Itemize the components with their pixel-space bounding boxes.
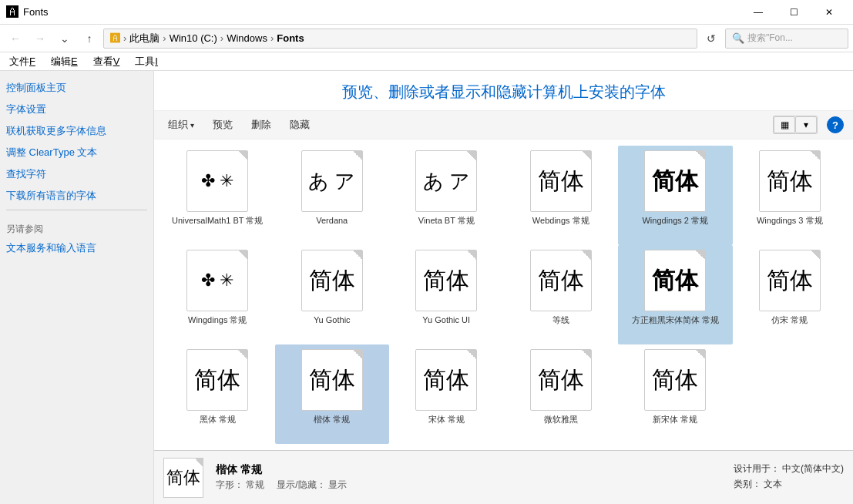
font-icon-universalmath: ✤ ✳ [186, 150, 248, 212]
font-icon-microsoftyahei: 简体 [530, 349, 592, 411]
font-item-yugothic[interactable]: 简体 Yu Gothic [275, 245, 390, 344]
preview-details: 楷体 常规 字形： 常规 显示/隐藏： 显示 [216, 463, 721, 492]
search-icon: 🔍 [732, 32, 744, 44]
font-item-microsoftyahei[interactable]: 简体 微软雅黑 [504, 344, 619, 444]
design-info: 设计用于： 中文(简体中文) [734, 462, 844, 475]
font-icon-fangzheng: 简体 [644, 250, 706, 311]
show-label: 显示/隐藏： 显示 [277, 479, 347, 492]
preview-icon: 简体 [163, 458, 203, 498]
font-label-wingdings3: Wingdings 3 常规 [757, 215, 823, 226]
maximize-button[interactable]: ☐ [776, 0, 811, 25]
sidebar-item-find-char[interactable]: 查找字符 [6, 166, 147, 182]
content-area: 预览、删除或者显示和隐藏计算机上安装的字体 组织 ▾ 预览 删除 隐藏 ▦ ▾ … [154, 71, 853, 504]
hide-button[interactable]: 隐藏 [285, 116, 314, 134]
font-label-heiti: 黑体 常规 [200, 414, 236, 425]
font-item-xinsongti[interactable]: 简体 新宋体 常规 [618, 344, 733, 444]
menu-view[interactable]: 查看V [90, 53, 123, 70]
font-icon-verdana: あ ア [301, 150, 363, 212]
font-icon-wingdings3: 简体 [759, 150, 821, 212]
font-label-songti: 宋体 常规 [428, 414, 465, 425]
minimize-button[interactable]: — [740, 0, 776, 25]
font-icon-wingdings: ✤ ✳ [186, 250, 248, 311]
font-item-fangzheng[interactable]: 简体 方正粗黑宋体简体 常规 [618, 245, 733, 344]
back-button[interactable]: ← [5, 28, 26, 49]
delete-button[interactable]: 删除 [247, 116, 276, 134]
font-label-wingdings: Wingdings 常规 [188, 314, 247, 325]
font-item-webdings[interactable]: 简体 Webdings 常规 [504, 146, 619, 245]
preview-font-name: 楷体 常规 [216, 463, 721, 477]
font-icon-heiti: 简体 [186, 349, 248, 411]
style-label: 字形： 常规 [216, 479, 264, 492]
sidebar-item-cleartype[interactable]: 调整 ClearType 文本 [6, 145, 147, 160]
preview-right: 设计用于： 中文(简体中文) 类别： 文本 [734, 462, 844, 493]
font-item-yugothicui[interactable]: 简体 Yu Gothic UI [389, 245, 504, 344]
font-icon-xinsongti: 简体 [644, 349, 706, 411]
font-icon-yugothicui: 简体 [415, 250, 477, 311]
page-title: 预览、删除或者显示和隐藏计算机上安装的字体 [154, 71, 853, 111]
menu-bar: 文件F 编辑E 查看V 工具I [0, 52, 853, 71]
view-dropdown-button[interactable]: ▾ [795, 116, 817, 133]
address-input[interactable]: 🅰 › 此电脑 › Win10 (C:) › Windows › Fonts [103, 29, 697, 49]
organize-button[interactable]: 组织 ▾ [163, 116, 199, 134]
preview-button[interactable]: 预览 [208, 116, 237, 134]
sidebar-item-text-services[interactable]: 文本服务和输入语言 [6, 240, 147, 256]
font-label-yugothicui: Yu Gothic UI [422, 314, 470, 325]
folder-icon: 🅰 [110, 32, 120, 44]
font-item-vineta[interactable]: あ ア Vineta BT 常规 [389, 146, 504, 245]
view-button[interactable]: ▦ [774, 116, 795, 133]
font-icon-dengxian: 简体 [530, 250, 592, 311]
refresh-button[interactable]: ↺ [700, 28, 722, 49]
font-item-heiti[interactable]: 简体 黑体 常规 [160, 344, 275, 444]
font-item-fangsong[interactable]: 简体 仿宋 常规 [733, 245, 848, 344]
sidebar-item-home[interactable]: 控制面板主页 [6, 80, 147, 96]
sidebar-divider [6, 210, 147, 210]
address-bar: ← → ⌄ ↑ 🅰 › 此电脑 › Win10 (C:) › Windows ›… [0, 25, 853, 52]
menu-tools[interactable]: 工具I [132, 53, 161, 70]
font-label-kaiti: 楷体 常规 [314, 414, 350, 425]
font-icon-kaiti: 简体 [301, 349, 363, 411]
font-label-fangzheng: 方正粗黑宋体简体 常规 [632, 314, 719, 325]
font-item-universalmath[interactable]: ✤ ✳ UniversalMath1 BT 常规 [160, 146, 275, 245]
breadcrumb: 🅰 › 此电脑 › Win10 (C:) › Windows › Fonts [110, 32, 304, 45]
up-button[interactable]: ↑ [79, 28, 100, 49]
font-icon-wingdings2: 简体 [644, 150, 706, 212]
font-label-microsoftyahei: 微软雅黑 [544, 414, 578, 425]
dropdown-button[interactable]: ⌄ [54, 28, 76, 49]
font-icon-fangsong: 简体 [759, 250, 821, 311]
font-label-webdings: Webdings 常规 [532, 215, 589, 226]
font-item-wingdings[interactable]: ✤ ✳ Wingdings 常规 [160, 245, 275, 344]
toolbar: 组织 ▾ 预览 删除 隐藏 ▦ ▾ ? [154, 111, 853, 139]
font-label-dengxian: 等线 [552, 314, 569, 325]
font-icon-songti: 简体 [415, 349, 477, 411]
menu-file[interactable]: 文件F [6, 53, 39, 70]
bottom-preview: 简体 楷体 常规 字形： 常规 显示/隐藏： 显示 设计用于： [154, 450, 853, 504]
font-label-vineta: Vineta BT 常规 [418, 215, 475, 226]
font-item-verdana[interactable]: あ ア Verdana [275, 146, 390, 245]
font-label-yugothic: Yu Gothic [314, 314, 351, 325]
title-bar-text: Fonts [23, 6, 740, 18]
main-layout: 控制面板主页 字体设置 联机获取更多字体信息 调整 ClearType 文本 查… [0, 71, 853, 504]
search-box[interactable]: 🔍 搜索"Fon... [725, 29, 848, 49]
app-icon: 🅰 [6, 5, 18, 19]
class-info: 类别： 文本 [734, 478, 844, 491]
font-item-wingdings3[interactable]: 简体 Wingdings 3 常规 [733, 146, 848, 245]
forward-button[interactable]: → [29, 28, 51, 49]
font-item-dengxian[interactable]: 简体 等线 [504, 245, 619, 344]
sidebar-item-download[interactable]: 下载所有语言的字体 [6, 188, 147, 203]
help-button[interactable]: ? [827, 116, 844, 133]
title-bar: 🅰 Fonts — ☐ ✕ [0, 0, 853, 25]
font-icon-yugothic: 简体 [301, 250, 363, 311]
view-selector: ▦ ▾ [773, 116, 818, 134]
sidebar-section-title: 另请参阅 [6, 223, 147, 236]
font-icon-vineta: あ ア [415, 150, 477, 212]
sidebar-item-online-fonts[interactable]: 联机获取更多字体信息 [6, 123, 147, 139]
sidebar-item-font-settings[interactable]: 字体设置 [6, 102, 147, 117]
close-button[interactable]: ✕ [811, 0, 847, 25]
font-item-kaiti[interactable]: 简体 楷体 常规 [275, 344, 390, 444]
organize-chevron-icon: ▾ [190, 121, 194, 129]
font-item-songti[interactable]: 简体 宋体 常规 [389, 344, 504, 444]
font-label-fangsong: 仿宋 常规 [771, 314, 808, 325]
menu-edit[interactable]: 编辑E [48, 53, 81, 70]
sidebar: 控制面板主页 字体设置 联机获取更多字体信息 调整 ClearType 文本 查… [0, 71, 154, 504]
font-item-wingdings2[interactable]: 简体 Wingdings 2 常规 [618, 146, 733, 245]
